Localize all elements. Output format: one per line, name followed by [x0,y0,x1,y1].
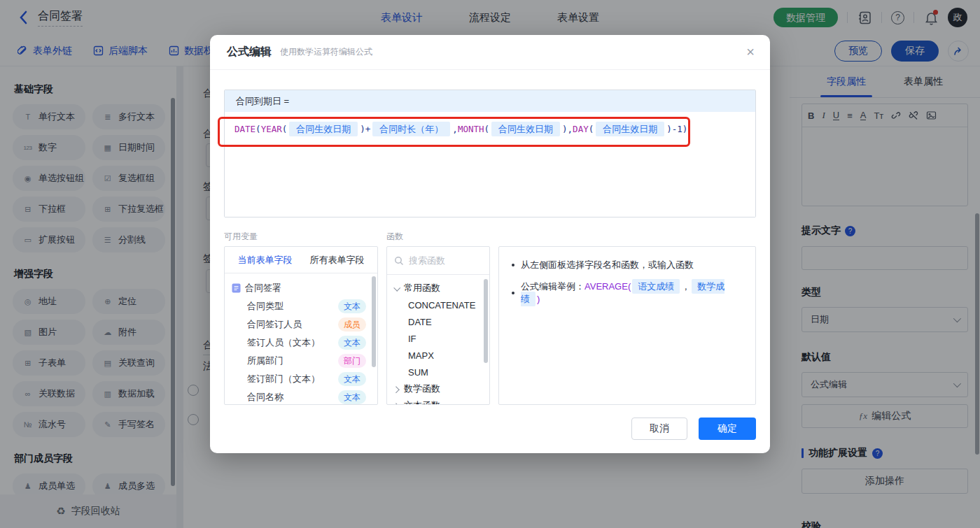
type-badge: 文本 [338,390,366,404]
chevron-right-icon [393,403,400,405]
function-item[interactable]: IF [394,330,482,347]
functions-scrollbar[interactable] [484,279,488,363]
variable-row[interactable]: 合同签订人员成员 [232,315,370,334]
hint-line-2: 公式编辑举例：AVERAGE(语文成绩，数学成绩) [512,280,743,306]
close-icon[interactable]: × [746,45,755,59]
variable-row[interactable]: 签订人员（文本）文本 [232,334,370,352]
type-badge: 成员 [338,317,366,331]
tab-all-form-fields[interactable]: 所有表单字段 [310,254,365,266]
field-chip[interactable]: 合同生效日期 [596,122,664,136]
formula-box: 合同到期日 = DATE(YEAR(合同生效日期)+合同时长（年）,MONTH(… [224,90,756,217]
formula-editor-modal: 公式编辑 使用数学运算符编辑公式 × 合同到期日 = DATE(YEAR(合同生… [210,35,770,453]
variables-label: 可用变量 [224,231,258,243]
field-chip[interactable]: 合同生效日期 [289,122,358,136]
variables-scrollbar[interactable] [372,276,376,367]
variable-row[interactable]: 合同类型文本 [232,297,370,315]
cancel-button[interactable]: 取消 [631,418,687,440]
function-item[interactable]: DATE [394,313,482,330]
formula-target: 合同到期日 = [225,90,755,112]
field-chip[interactable]: 合同时长（年） [372,122,450,136]
search-icon [394,256,404,266]
variable-row[interactable]: 签订部门（文本）文本 [232,370,370,388]
chevron-down-icon [393,284,400,291]
variables-panel: 当前表单字段 所有表单字段 合同签署 合同类型文本 合同签订人员成员 签订人员（… [224,246,378,405]
chevron-right-icon [393,386,400,393]
document-icon [232,283,241,293]
formula-input-area[interactable]: DATE(YEAR(合同生效日期)+合同时长（年）,MONTH(合同生效日期),… [225,112,755,217]
type-badge: 文本 [338,372,366,386]
function-item[interactable]: CONCATENATE [394,297,482,313]
tab-current-form-fields[interactable]: 当前表单字段 [238,254,293,266]
function-group-text[interactable]: 文本函数 [394,397,482,405]
type-badge: 文本 [338,336,366,350]
functions-label: 函数 [386,231,403,243]
modal-subtitle: 使用数学运算符编辑公式 [280,46,372,58]
hint-panel: 从左侧面板选择字段名和函数，或输入函数 公式编辑举例：AVERAGE(语文成绩，… [498,246,756,405]
function-item[interactable]: MAPX [394,347,482,364]
type-badge: 部门 [338,354,366,368]
confirm-button[interactable]: 确定 [699,418,756,440]
field-chip[interactable]: 合同生效日期 [491,122,560,136]
modal-title: 公式编辑 [227,45,272,59]
bullet [512,292,514,294]
function-search[interactable] [387,247,489,275]
variable-row[interactable]: 合同名称文本 [232,388,370,405]
function-group-common[interactable]: 常用函数 [394,280,482,297]
function-search-input[interactable] [409,255,479,266]
type-badge: 文本 [338,299,366,313]
functions-panel: 常用函数 CONCATENATE DATE IF MAPX SUM 数学函数 文… [386,246,490,405]
form-root-node[interactable]: 合同签署 [232,279,370,297]
function-group-math[interactable]: 数学函数 [394,380,482,397]
variable-row[interactable]: 所属部门部门 [232,352,370,370]
hint-line-1: 从左侧面板选择字段名和函数，或输入函数 [512,259,743,271]
example-chip: 语文成绩 [632,279,680,294]
formula-expression: DATE(YEAR(合同生效日期)+合同时长（年）,MONTH(合同生效日期),… [234,120,746,138]
function-item[interactable]: SUM [394,364,482,380]
bullet [512,264,514,266]
